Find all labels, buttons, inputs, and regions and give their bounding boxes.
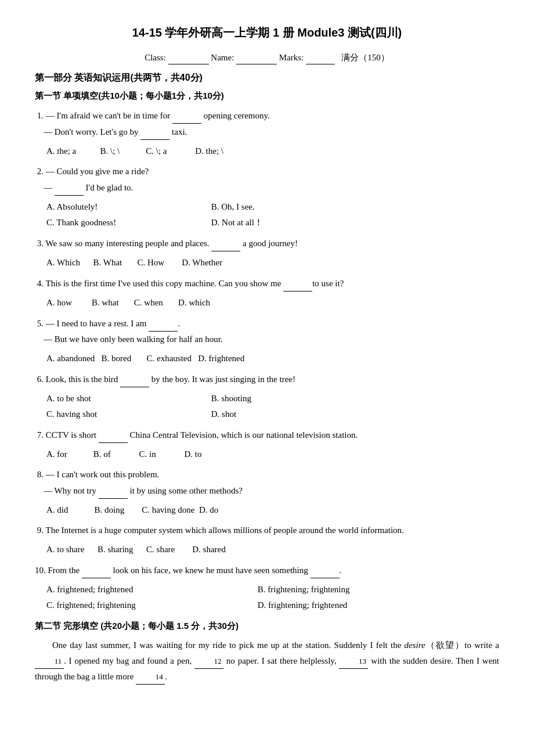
- name-label: Name:: [211, 53, 234, 62]
- desire-word: desire: [405, 640, 425, 650]
- q6-row1: A. to be shot B. shooting: [46, 391, 499, 406]
- q10-optA: A. frightened; frightened: [46, 582, 255, 597]
- q1-options: A. the; a B. \; \ C. \; a D. the; \: [46, 143, 499, 159]
- q4-text: 4. This is the first time I've used this…: [35, 279, 283, 288]
- q7-optB: B. of: [93, 449, 137, 459]
- q2-options: A. Absolutely! B. Oh, I see. C. Thank go…: [46, 199, 499, 231]
- blank-14: 14: [136, 670, 165, 684]
- q6-text: 6. Look, this is the bird: [35, 375, 120, 384]
- q7-text: 7. CCTV is short: [35, 430, 99, 440]
- q1-optD: D. the; \: [195, 146, 223, 156]
- q10-row2: C. frightened; frightening D. frightenin…: [46, 597, 499, 613]
- q6-options: A. to be shot B. shooting C. having shot…: [46, 391, 499, 422]
- q9-optB: B. sharing: [98, 545, 144, 554]
- q2-optA: A. Absolutely!: [46, 199, 209, 215]
- q4-optC: C. when: [134, 298, 176, 307]
- q8-optA: A. did: [46, 505, 92, 514]
- q4-optB: B. what: [92, 298, 132, 307]
- q10-optB: B. frightening; frightening: [258, 585, 350, 594]
- q5-optC: C. exhausted: [146, 354, 196, 363]
- page-title: 14-15 学年外研高一上学期 1 册 Module3 测试(四川): [35, 23, 499, 42]
- q1-line2: — Don't worry. Let's go by: [35, 127, 140, 136]
- q2-row1: A. Absolutely! B. Oh, I see.: [46, 199, 499, 215]
- q9-optC: C. share: [146, 545, 190, 554]
- q6-optA: A. to be shot: [46, 391, 209, 406]
- q7-options: A. for B. of C. in D. to: [46, 447, 499, 462]
- q5-line2: — But we have only been walking for half…: [35, 334, 223, 344]
- q2-optD: D. Not at all！: [211, 218, 263, 227]
- q8-optD: D. do: [199, 505, 218, 514]
- q10-blank1: [82, 562, 111, 578]
- q2-blank1: [55, 179, 84, 196]
- q10-optC: C. frightened; frightening: [46, 597, 255, 613]
- class-info-line: Class: Name: Marks: 满分（150）: [35, 50, 499, 64]
- q10-blank2: [311, 562, 340, 578]
- marks-label: Marks:: [279, 53, 304, 62]
- q3-optD: D. Whether: [182, 258, 222, 267]
- q9-optA: A. to share: [46, 545, 95, 554]
- page-container: 14-15 学年外研高一上学期 1 册 Module3 测试(四川) Class…: [35, 23, 499, 685]
- q5-blank1: [149, 315, 178, 332]
- q9-text: 9. The Internet is a huge computer syste…: [35, 525, 404, 535]
- q4-blank1: [283, 275, 312, 291]
- q5-optB: B. bored: [102, 354, 145, 363]
- q7-optC: C. in: [139, 449, 182, 459]
- q3-options: A. Which B. What C. How D. Whether: [46, 255, 499, 271]
- q2-optC: C. Thank goodness!: [46, 215, 209, 231]
- q3-optA: A. Which: [46, 258, 91, 267]
- q6-optB: B. shooting: [211, 394, 251, 403]
- blank-11: 11: [35, 654, 64, 668]
- q2-line1: 2. — Could you give me a ride?: [35, 167, 149, 176]
- section1-header: 第一部分 英语知识运用(共两节，共40分): [35, 70, 499, 85]
- q10-options: A. frightened; frightened B. frightening…: [46, 582, 499, 613]
- name-blank: [236, 50, 277, 64]
- blank-12: 12: [194, 654, 223, 668]
- q4-optD: D. which: [178, 298, 210, 307]
- question-8: 8. — I can't work out this problem. — Wh…: [35, 467, 499, 499]
- question-7: 7. CCTV is short China Central Televisio…: [35, 427, 499, 443]
- section1-2-header: 第二节 完形填空 (共20小题；每小题 1.5 分，共30分): [35, 619, 499, 633]
- q2-optB: B. Oh, I see.: [211, 202, 255, 211]
- blank-13: 13: [339, 654, 368, 668]
- q6-optC: C. having shot: [46, 406, 209, 422]
- question-4: 4. This is the first time I've used this…: [35, 275, 499, 291]
- question-5: 5. — I need to have a rest. I am . — But…: [35, 315, 499, 347]
- question-1: 1. — I'm afraid we can't be in time for …: [35, 107, 499, 140]
- question-10: 10. From the look on his face, we knew h…: [35, 562, 499, 578]
- q3-blank1: [211, 235, 240, 251]
- q7-optD: D. to: [185, 449, 202, 459]
- q1-optA: A. the; a: [46, 146, 98, 156]
- q1-num: 1. — I'm afraid we can't be in time for: [35, 111, 172, 120]
- q8-optB: B. doing: [95, 505, 140, 514]
- q6-row2: C. having shot D. shot: [46, 406, 499, 422]
- question-3: 3. We saw so many interesting people and…: [35, 235, 499, 251]
- q10-row1: A. frightened; frightened B. frightening…: [46, 582, 499, 597]
- q1-blank2: [140, 124, 169, 140]
- q8-optC: C. having done: [142, 505, 197, 514]
- q1-optC: C. \; a: [146, 146, 193, 156]
- q5-line1: 5. — I need to have a rest. I am: [35, 319, 149, 328]
- full-score-label: 满分（150）: [341, 53, 389, 62]
- cloze-paragraph1: One day last summer, I was waiting for m…: [35, 638, 499, 685]
- question-9: 9. The Internet is a huge computer syste…: [35, 523, 499, 538]
- q1-blank1: [172, 107, 201, 124]
- q3-optB: B. What: [93, 258, 135, 267]
- q10-text: 10. From the: [35, 566, 82, 575]
- q5-optA: A. abandoned: [46, 354, 99, 363]
- q5-options: A. abandoned B. bored C. exhausted D. fr…: [46, 351, 499, 366]
- q9-options: A. to share B. sharing C. share D. share…: [46, 542, 499, 557]
- q6-blank1: [120, 371, 149, 387]
- section1-1-header: 第一节 单项填空(共10小题；每小题1分，共10分): [35, 89, 499, 103]
- q10-optD: D. frightening; frightened: [258, 600, 348, 610]
- class-blank: [168, 50, 209, 64]
- q8-options: A. did B. doing C. having done D. do: [46, 502, 499, 518]
- q8-blank1: [99, 483, 128, 499]
- q3-text: 3. We saw so many interesting people and…: [35, 239, 211, 248]
- q8-line2: — Why not try: [35, 486, 99, 495]
- question-2: 2. — Could you give me a ride? — I'd be …: [35, 164, 499, 196]
- q4-options: A. how B. what C. when D. which: [46, 295, 499, 311]
- q1-optB: B. \; \: [100, 146, 143, 156]
- question-6: 6. Look, this is the bird by the boy. It…: [35, 371, 499, 387]
- q3-optC: C. How: [138, 258, 180, 267]
- q9-optD: D. shared: [192, 545, 225, 554]
